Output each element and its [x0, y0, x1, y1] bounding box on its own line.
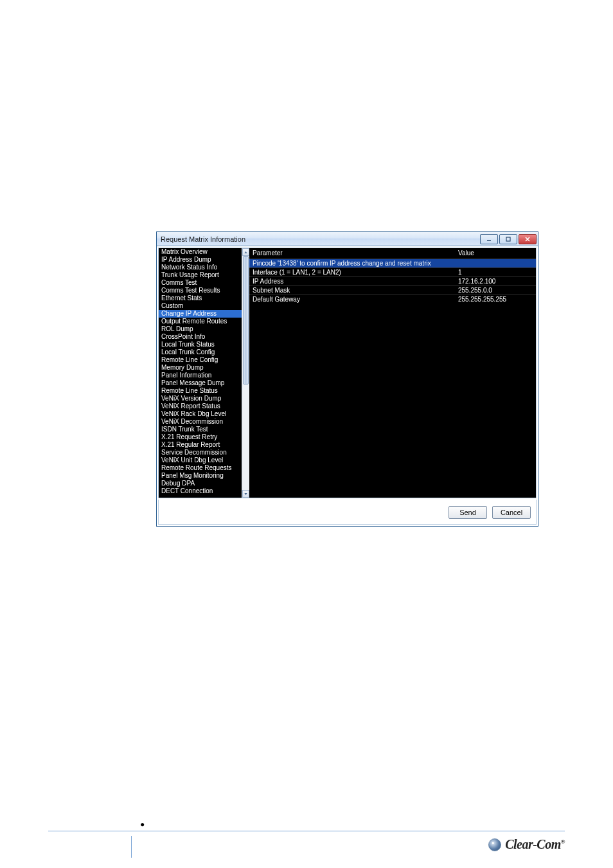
- param-cell: Pincode '13438' to confirm IP address ch…: [249, 259, 454, 267]
- scroll-up-button[interactable]: [242, 248, 249, 256]
- minimize-icon: [486, 236, 492, 242]
- scroll-track[interactable]: [242, 256, 249, 490]
- window-body: Matrix OverviewIP Address DumpNetwork St…: [158, 248, 537, 498]
- sidebar-item[interactable]: ISDN Trunk Test: [159, 426, 247, 433]
- sidebar-item[interactable]: CrossPoint Info: [159, 333, 247, 341]
- param-cell: Default Gateway: [249, 295, 454, 303]
- sidebar-item[interactable]: ROL Dump: [159, 325, 247, 333]
- value-cell[interactable]: 1: [454, 268, 536, 276]
- value-cell[interactable]: [454, 259, 536, 267]
- header-parameter: Parameter: [249, 248, 454, 258]
- sidebar-item[interactable]: Comms Test Results: [159, 287, 247, 294]
- maximize-button[interactable]: [499, 234, 517, 244]
- grid-row[interactable]: IP Address172.16.2.100: [249, 276, 536, 285]
- sidebar-item[interactable]: Matrix Overview: [159, 248, 247, 256]
- sidebar-item[interactable]: Remote Line Config: [159, 356, 247, 364]
- value-cell[interactable]: 172.16.2.100: [454, 277, 536, 285]
- param-cell: IP Address: [249, 277, 454, 285]
- sidebar-item[interactable]: Memory Dump: [159, 364, 247, 372]
- cancel-button[interactable]: Cancel: [492, 506, 531, 519]
- sidebar-item[interactable]: Service Decommission: [159, 449, 247, 457]
- sidebar-item[interactable]: Custom: [159, 302, 247, 310]
- chevron-down-icon: [244, 492, 248, 496]
- brand-icon: [488, 838, 501, 851]
- window-title: Request Matrix Information: [161, 235, 245, 243]
- value-cell[interactable]: 255.255.255.255: [454, 295, 536, 303]
- grid-header: Parameter Value: [249, 248, 536, 258]
- parameter-pane: Parameter Value Pincode '13438' to confi…: [249, 248, 536, 498]
- grid-row[interactable]: Default Gateway255.255.255.255: [249, 294, 536, 303]
- sidebar-list[interactable]: Matrix OverviewIP Address DumpNetwork St…: [159, 248, 249, 498]
- grid-row[interactable]: Pincode '13438' to confirm IP address ch…: [249, 258, 536, 267]
- bullet-marker: ●: [140, 820, 145, 829]
- sidebar-scrollbar[interactable]: [242, 248, 249, 498]
- sidebar-item[interactable]: X.21 Request Retry: [159, 433, 247, 441]
- sidebar-item[interactable]: Panel Msg Monitoring: [159, 472, 247, 480]
- scroll-down-button[interactable]: [242, 490, 249, 498]
- footer-divider: [48, 831, 565, 832]
- value-cell[interactable]: 255.255.0.0: [454, 286, 536, 294]
- sidebar-item[interactable]: VeNiX Unit Dbg Level: [159, 457, 247, 464]
- sidebar-item[interactable]: Debug DPA: [159, 480, 247, 487]
- svg-rect-1: [506, 237, 510, 241]
- sidebar-item[interactable]: Panel Information: [159, 372, 247, 379]
- sidebar-item[interactable]: DECT Connection: [159, 487, 247, 495]
- sidebar-item[interactable]: Panel Message Dump: [159, 379, 247, 387]
- brand-text: Clear-Com®: [505, 837, 565, 852]
- window-controls: [479, 234, 537, 244]
- sidebar-item[interactable]: Output Remote Routes: [159, 318, 247, 325]
- sidebar-item[interactable]: X.21 Regular Report: [159, 441, 247, 449]
- svg-marker-4: [244, 251, 247, 253]
- send-button[interactable]: Send: [449, 506, 487, 519]
- sidebar-item[interactable]: VeNiX Report Status: [159, 402, 247, 410]
- footer-logo: Clear-Com®: [488, 837, 565, 852]
- sidebar-item[interactable]: Network Status Info: [159, 264, 247, 271]
- close-button[interactable]: [519, 234, 537, 244]
- sidebar-container: Matrix OverviewIP Address DumpNetwork St…: [159, 248, 249, 498]
- grid-body: Pincode '13438' to confirm IP address ch…: [249, 258, 536, 498]
- sidebar-item[interactable]: VeNiX Version Dump: [159, 395, 247, 402]
- footer-left-line: [131, 836, 132, 858]
- titlebar[interactable]: Request Matrix Information: [157, 232, 538, 246]
- scroll-thumb[interactable]: [243, 256, 249, 384]
- svg-marker-5: [244, 493, 247, 495]
- grid-row[interactable]: Interface (1 = LAN1, 2 = LAN2)1: [249, 267, 536, 276]
- sidebar-item[interactable]: Ethernet Stats: [159, 294, 247, 302]
- header-value: Value: [454, 248, 536, 258]
- sidebar-item[interactable]: Comms Test: [159, 279, 247, 287]
- sidebar-item[interactable]: Local Trunk Status: [159, 341, 247, 348]
- chevron-up-icon: [244, 250, 248, 255]
- param-cell: Subnet Mask: [249, 286, 454, 294]
- sidebar-item[interactable]: Local Trunk Config: [159, 348, 247, 356]
- param-cell: Interface (1 = LAN1, 2 = LAN2): [249, 268, 454, 276]
- dialog-window: Request Matrix Information Matrix Overvi…: [156, 231, 538, 527]
- minimize-button[interactable]: [480, 234, 498, 244]
- sidebar-item[interactable]: Remote Route Requests: [159, 464, 247, 472]
- grid-row[interactable]: Subnet Mask255.255.0.0: [249, 285, 536, 294]
- sidebar-item[interactable]: IP Address Dump: [159, 256, 247, 264]
- maximize-icon: [505, 236, 511, 242]
- button-bar: Send Cancel: [158, 500, 537, 525]
- sidebar-item[interactable]: Trunk Usage Report: [159, 271, 247, 279]
- sidebar-item[interactable]: Change IP Address: [159, 310, 247, 318]
- sidebar-item[interactable]: Remote Line Status: [159, 387, 247, 395]
- sidebar-item[interactable]: VeNiX Decommission: [159, 418, 247, 426]
- sidebar-item[interactable]: VeNiX Rack Dbg Level: [159, 410, 247, 418]
- close-icon: [524, 236, 531, 242]
